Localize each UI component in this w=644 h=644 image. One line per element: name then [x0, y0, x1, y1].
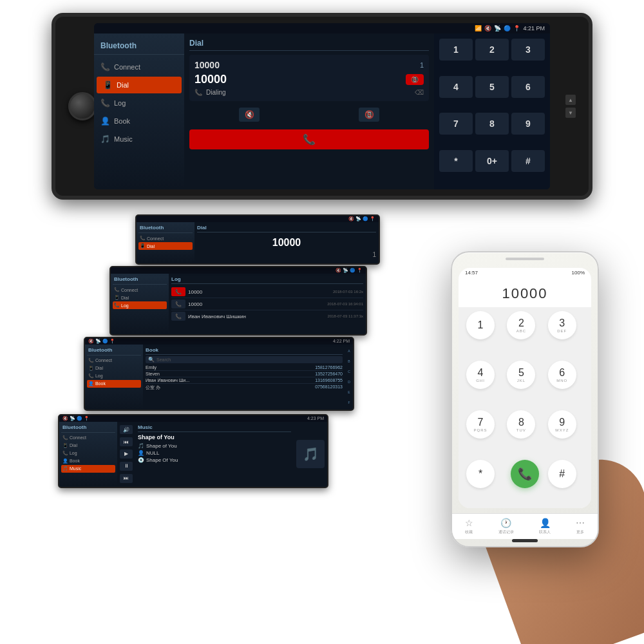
num-6[interactable]: 6 [511, 76, 545, 98]
num-5[interactable]: 5 [475, 76, 509, 98]
phone-bottom-nav: ☆ 收藏 🕐 通话记录 👤 联系人 ⋯ 更多 [452, 513, 598, 539]
phone-nav-recents[interactable]: 🕐 通话记录 [498, 518, 514, 535]
end-call-small[interactable]: 📵 [406, 74, 424, 85]
play-btn[interactable]: ▶ [120, 450, 133, 459]
phone-body: 14:57 100% 10000 1 2 ABC 3 DEF [451, 251, 599, 547]
phone-nav-more[interactable]: ⋯ 更多 [576, 518, 585, 535]
num-3[interactable]: 3 [511, 39, 545, 61]
num-2[interactable]: 2 [475, 39, 509, 61]
phone-nav-favorites[interactable]: ☆ 收藏 [465, 518, 473, 535]
music-mini-sidebar: Bluetooth 📞 Connect 📱 Dial 📞 Log 👤 Book … [59, 422, 117, 486]
phone-home-bar[interactable] [512, 539, 538, 542]
connect-label: Connect [114, 63, 140, 71]
book-mini-log[interactable]: 📞 Log [87, 372, 141, 380]
next-btn[interactable]: ⏭ [120, 474, 133, 483]
phone-key-2[interactable]: 2 ABC [507, 311, 535, 339]
num-8[interactable]: 8 [475, 113, 509, 135]
num-9[interactable]: 9 [511, 113, 545, 135]
book-mini-dial[interactable]: 📱 Dial [87, 365, 141, 372]
mute-btn[interactable]: 🔇 [239, 108, 260, 122]
prev-btn[interactable]: ⏮ [120, 437, 133, 446]
call-icon: 📞 [194, 89, 202, 96]
num-4[interactable]: 4 [439, 76, 473, 98]
log-mini-log-active[interactable]: 📞 Log [113, 301, 167, 309]
down-btn[interactable]: ▼ [565, 108, 576, 118]
hangup-btn[interactable]: 📵 [359, 108, 379, 122]
book-mini-connect[interactable]: 📞 Connect [87, 357, 141, 365]
sidebar-item-music[interactable]: 🎵 Music [94, 131, 184, 147]
key-8-num: 8 [518, 417, 524, 428]
phone-key-hash[interactable]: # [548, 460, 576, 488]
music-dial[interactable]: 📱 Dial [61, 442, 115, 450]
phone-statusbar: 14:57 100% [459, 268, 591, 278]
pause-btn[interactable]: ⏸ [120, 462, 133, 471]
sidebar-item-dial[interactable]: 📱 Dial [97, 77, 182, 93]
sidebar-item-log[interactable]: 📞 Log [94, 95, 184, 111]
call-index: 1 [420, 61, 424, 69]
status-bar: 📶 🔇 📡 🔵 📍 4:21 PM [94, 23, 550, 33]
phone-key-9[interactable]: 9 WXYZ [548, 410, 576, 439]
num-1[interactable]: 1 [439, 39, 473, 61]
phone-key-5[interactable]: 5 JKL [507, 361, 535, 389]
volume-btn[interactable]: 🔊 [120, 425, 133, 434]
music-music-active[interactable]: 🎵 Music [61, 465, 115, 473]
music-album: Shape Of You [146, 457, 178, 463]
key-2-num: 2 [518, 317, 524, 329]
phone-speaker [506, 258, 544, 260]
log-mini-content: Bluetooth 📞 Connect 📱 Dial 📞 Log Log 📞 1… [111, 274, 366, 334]
call-display: 10000 1 10000 📵 📞 Dialing ⌫ [189, 55, 429, 101]
phone-key-6[interactable]: 6 MNO [548, 361, 576, 389]
num-star[interactable]: * [439, 150, 473, 172]
favorites-label: 收藏 [465, 529, 473, 535]
phone-key-3[interactable]: 3 DEF [548, 311, 576, 339]
phone-nav-contacts[interactable]: 👤 联系人 [539, 518, 551, 535]
book-alphabet-list: A B C D E F [345, 345, 353, 409]
big-end-call-button[interactable]: 📞 [189, 129, 429, 149]
music-log[interactable]: 📞 Log [61, 450, 115, 457]
music-book[interactable]: 👤 Book [61, 457, 115, 465]
num-0[interactable]: 0+ [475, 150, 509, 172]
key-4-sub: GHI [476, 379, 485, 383]
key-5-num: 5 [518, 367, 524, 379]
book-mini-book-active[interactable]: 👤 Book [87, 380, 141, 388]
log-mini-connect[interactable]: 📞 Connect [113, 286, 167, 294]
dial-mini-dial-active[interactable]: 📱 Dial [138, 242, 193, 250]
left-knob[interactable] [68, 92, 97, 120]
up-btn[interactable]: ▲ [565, 95, 576, 105]
contacts-label: 联系人 [539, 529, 551, 535]
book-name-2: Steven [146, 372, 160, 376]
key-7-num: 7 [478, 417, 484, 428]
phone-key-4[interactable]: 4 GHI [466, 361, 495, 389]
log-mini-sidebar: Bluetooth 📞 Connect 📱 Dial 📞 Log [111, 274, 169, 334]
log-row-2: 📞 10000 2018-07-03 16:34:01 [171, 298, 363, 310]
num-hash[interactable]: # [511, 150, 545, 172]
key-hash-num: # [559, 468, 565, 480]
music-connect[interactable]: 📞 Connect [61, 434, 115, 442]
phone-key-star[interactable]: * [466, 460, 495, 488]
call-number-top: 10000 1 [194, 60, 424, 70]
book-mini-title: Book [146, 347, 343, 355]
book-mini-statusbar: 🔇 📡 🔵 📍 4:22 PM [85, 338, 353, 345]
backspace-icon[interactable]: ⌫ [415, 89, 424, 96]
key-7-sub: PQRS [473, 428, 487, 432]
phone-key-8[interactable]: 8 TUV [507, 410, 535, 439]
music-panel-title: Music [138, 424, 291, 432]
book-search-box[interactable]: 🔍 Search [146, 356, 343, 363]
alpha-d: D [345, 380, 353, 384]
key-2-sub: ABC [516, 329, 526, 333]
recents-icon: 🕐 [500, 518, 511, 528]
log-call-icon-3: 📞 [171, 312, 185, 321]
book-num-2: 13527256470 [315, 372, 343, 376]
sidebar-item-book[interactable]: 👤 Book [94, 113, 184, 129]
sidebar-item-connect[interactable]: 📞 Connect [94, 59, 184, 75]
search-placeholder: Search [156, 357, 171, 362]
phone-key-1[interactable]: 1 [466, 311, 495, 339]
call-status-row: 📞 Dialing ⌫ [194, 89, 424, 96]
music-song-sub: Shape of You [146, 443, 177, 449]
num-7[interactable]: 7 [439, 113, 473, 135]
book-label: Book [114, 117, 130, 125]
log-mini-dial[interactable]: 📱 Dial [113, 294, 167, 301]
dial-mini-connect[interactable]: 📞 Connect [138, 234, 193, 242]
phone-key-7[interactable]: 7 PQRS [466, 410, 495, 439]
phone-call-button[interactable]: 📞 [511, 460, 539, 488]
